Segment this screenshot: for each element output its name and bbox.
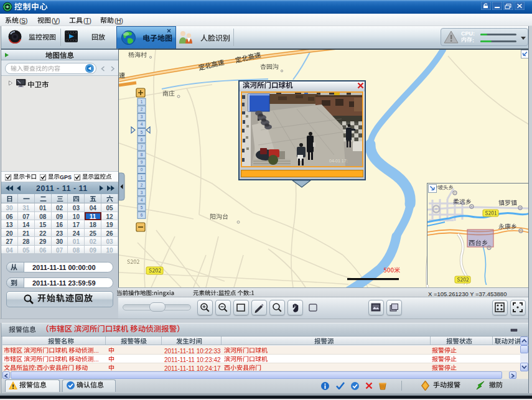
svg-text:8: 8	[141, 152, 143, 157]
svg-text:0: 0	[141, 167, 143, 172]
svg-text:3: 3	[141, 114, 143, 119]
svg-text:9: 9	[141, 160, 143, 164]
svg-text:5: 5	[141, 130, 143, 134]
svg-text:04-01 17:: 04-01 17:	[329, 159, 348, 163]
svg-text:2: 2	[141, 107, 143, 111]
svg-text:1: 1	[141, 175, 143, 180]
svg-text:1: 1	[141, 100, 143, 104]
svg-text:5: 5	[141, 205, 143, 210]
svg-text:6: 6	[141, 213, 143, 217]
svg-text:6: 6	[141, 137, 143, 142]
svg-text:2: 2	[141, 183, 143, 187]
svg-text:7: 7	[141, 145, 143, 149]
svg-text:4: 4	[141, 122, 143, 126]
svg-text:3: 3	[141, 190, 143, 195]
svg-text:4: 4	[141, 198, 143, 202]
